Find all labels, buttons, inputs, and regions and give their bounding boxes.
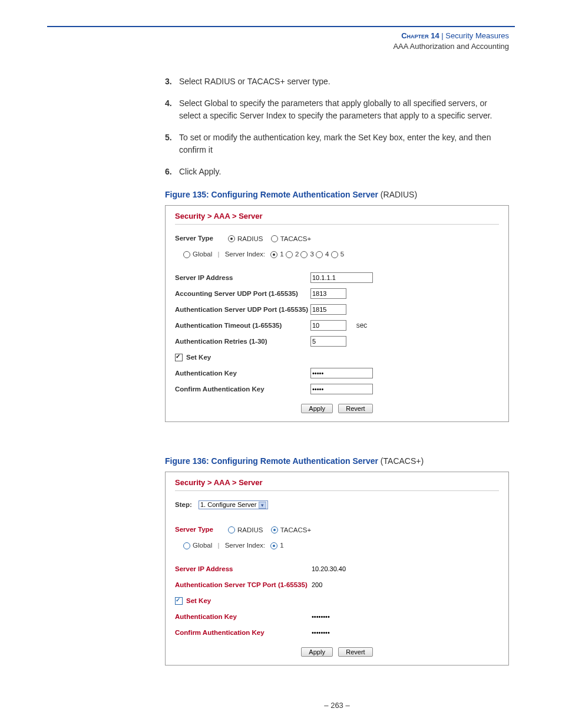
instruction-list: 3. Select RADIUS or TACACS+ server type.…: [165, 75, 509, 178]
page-number: – 263 –: [165, 701, 509, 710]
radio-tacacs[interactable]: [271, 235, 278, 242]
radio-radius-label: RADIUS: [237, 235, 263, 242]
authkey-input[interactable]: [310, 368, 373, 378]
radio-index-4[interactable]: [316, 251, 323, 258]
idx-1: 1: [280, 251, 283, 258]
step-number: 6.: [165, 166, 179, 178]
server-index-label: Server Index:: [225, 542, 265, 549]
figure-subtitle: (RADIUS): [378, 190, 417, 199]
apply-button[interactable]: Apply: [301, 404, 333, 413]
figure-subtitle: (TACACS+): [378, 456, 424, 466]
figure-135-caption: Figure 135: Configuring Remote Authentic…: [165, 190, 509, 199]
step-text: Select Global to specify the parameters …: [179, 97, 509, 122]
revert-button[interactable]: Revert: [338, 647, 372, 657]
retries-label: Authentication Retries (1-30): [175, 338, 310, 345]
server-index-label: Server Index:: [225, 251, 265, 258]
server-type-label: Server Type: [175, 526, 228, 533]
confirmkey-label: Confirm Authentication Key: [175, 386, 310, 393]
radio-tacacs-label: TACACS+: [280, 526, 312, 533]
ip-input[interactable]: [310, 564, 372, 574]
figure-title: Figure 135: Configuring Remote Authentic…: [165, 190, 378, 199]
radio-radius-label: RADIUS: [237, 526, 263, 533]
header-subtitle: AAA Authorization and Accounting: [393, 42, 509, 51]
step-5: 5. To set or modify the authentication k…: [165, 131, 509, 156]
radio-radius[interactable]: [228, 526, 235, 533]
ip-label: Server IP Address: [175, 565, 310, 572]
step-number: 4.: [165, 97, 179, 122]
acct-port-label: Accounting Server UDP Port (1-65535): [175, 290, 310, 297]
breadcrumb: Security > AAA > Server: [175, 212, 499, 225]
idx-3: 3: [310, 251, 313, 258]
tacacs-panel: Security > AAA > Server Step: 1. Configu…: [165, 472, 509, 666]
authkey-input[interactable]: [310, 612, 372, 621]
step-number: 5.: [165, 131, 179, 156]
step-text: Select RADIUS or TACACS+ server type.: [179, 75, 330, 88]
confirmkey-label: Confirm Authentication Key: [175, 629, 310, 636]
authkey-label: Authentication Key: [175, 370, 310, 377]
revert-button[interactable]: Revert: [338, 404, 372, 413]
step-4: 4. Select Global to specify the paramete…: [165, 97, 509, 122]
timeout-input[interactable]: [310, 320, 346, 331]
setkey-checkbox[interactable]: [175, 597, 183, 605]
confirmkey-input[interactable]: [310, 628, 372, 637]
chevron-down-icon: ▾: [259, 502, 266, 509]
apply-button[interactable]: Apply: [301, 647, 333, 657]
authkey-label: Authentication Key: [175, 613, 310, 620]
radius-panel: Security > AAA > Server Server Type RADI…: [165, 205, 509, 422]
radio-tacacs[interactable]: [271, 526, 278, 533]
divider: |: [217, 542, 219, 549]
confirmkey-input[interactable]: [310, 384, 373, 394]
step-select-value: 1. Configure Server: [200, 501, 256, 508]
radio-index-5[interactable]: [331, 251, 338, 258]
auth-port-input[interactable]: [310, 304, 346, 315]
breadcrumb: Security > AAA > Server: [175, 478, 499, 491]
setkey-checkbox[interactable]: [175, 354, 183, 361]
ip-input[interactable]: [310, 272, 373, 283]
step-label: Step:: [175, 501, 199, 508]
figure-title: Figure 136: Configuring Remote Authentic…: [165, 456, 378, 466]
idx-2: 2: [295, 251, 299, 258]
header-rule: [47, 26, 515, 27]
idx-5: 5: [340, 251, 344, 258]
retries-input[interactable]: [310, 336, 346, 347]
step-6: 6. Click Apply.: [165, 166, 509, 178]
radio-index-3[interactable]: [300, 251, 308, 258]
step-text: To set or modify the authentication key,…: [179, 131, 509, 156]
step-text: Click Apply.: [179, 166, 221, 178]
step-3: 3. Select RADIUS or TACACS+ server type.: [165, 75, 509, 88]
idx-4: 4: [325, 251, 329, 258]
header-sep: |: [441, 31, 443, 40]
radio-index-1[interactable]: [270, 542, 277, 549]
radio-index-1[interactable]: [270, 251, 277, 258]
tcp-port-input[interactable]: [310, 580, 372, 589]
auth-port-label: Authentication Server UDP Port (1-65535): [175, 306, 310, 313]
idx-1: 1: [280, 542, 283, 549]
server-type-label: Server Type: [175, 235, 228, 242]
page-header: Chapter 14 | Security Measures AAA Autho…: [47, 31, 515, 52]
acct-port-input[interactable]: [310, 288, 346, 299]
radio-global-label: Global: [193, 251, 212, 258]
step-number: 3.: [165, 75, 179, 88]
step-select[interactable]: 1. Configure Server▾: [199, 500, 268, 509]
radio-global[interactable]: [183, 542, 190, 549]
ip-label: Server IP Address: [175, 274, 310, 281]
figure-136-caption: Figure 136: Configuring Remote Authentic…: [165, 456, 509, 466]
radio-radius[interactable]: [228, 235, 235, 242]
tcp-port-label: Authentication Server TCP Port (1-65535): [175, 581, 310, 588]
radio-global-label: Global: [193, 542, 212, 549]
radio-tacacs-label: TACACS+: [280, 235, 312, 242]
header-chapter: Chapter 14: [401, 31, 439, 40]
header-title: Security Measures: [445, 31, 509, 40]
radio-index-2[interactable]: [286, 251, 293, 258]
timeout-unit: sec: [356, 321, 368, 330]
setkey-label: Set Key: [186, 597, 211, 604]
setkey-label: Set Key: [186, 354, 211, 361]
radio-global[interactable]: [183, 251, 190, 258]
divider: |: [217, 251, 219, 258]
timeout-label: Authentication Timeout (1-65535): [175, 322, 310, 329]
